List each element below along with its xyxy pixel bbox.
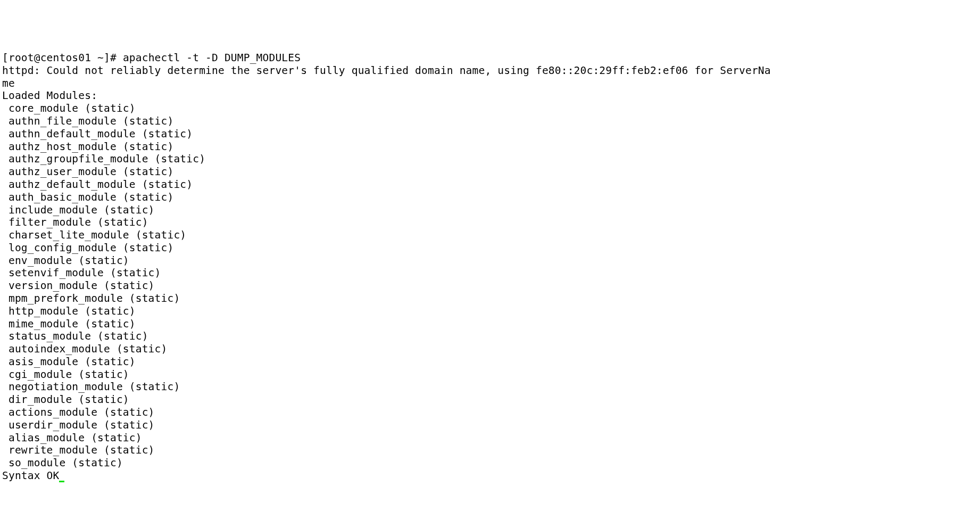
warning-line-2: me xyxy=(2,77,15,89)
terminal[interactable]: [root@centos01 ~]# apachectl -t -D DUMP_… xyxy=(2,52,980,527)
modules-list: core_module (static) authn_file_module (… xyxy=(2,102,980,470)
shell-prompt: [root@centos01 ~]# xyxy=(2,52,123,64)
loaded-modules-header: Loaded Modules: xyxy=(2,89,97,102)
cursor-icon xyxy=(59,481,64,482)
syntax-ok: Syntax OK xyxy=(2,470,59,482)
warning-line-1: httpd: Could not reliably determine the … xyxy=(2,64,771,77)
command-text: apachectl -t -D DUMP_MODULES xyxy=(123,52,301,64)
